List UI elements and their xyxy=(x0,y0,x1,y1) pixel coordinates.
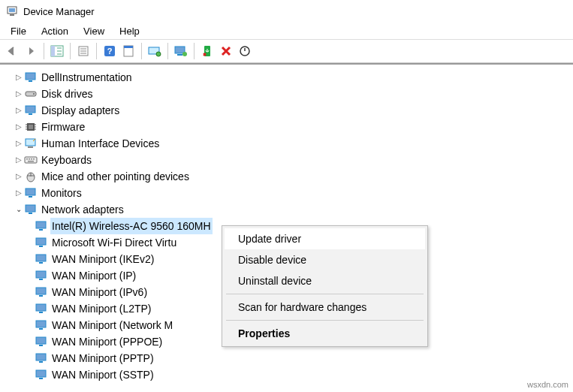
disable-icon xyxy=(202,45,213,57)
svg-rect-2 xyxy=(10,14,14,16)
svg-rect-56 xyxy=(36,255,46,261)
svg-rect-39 xyxy=(25,157,37,163)
monitor-icon xyxy=(24,187,38,199)
tree-category[interactable]: ▷ Disk drives xyxy=(0,86,573,102)
svg-rect-64 xyxy=(36,321,46,327)
menu-help[interactable]: Help xyxy=(112,24,147,38)
svg-rect-23 xyxy=(26,73,35,80)
toolbar: ? xyxy=(0,39,573,63)
svg-rect-4 xyxy=(51,46,55,56)
network-adapter-icon xyxy=(35,352,48,364)
expander-icon[interactable]: ▷ xyxy=(14,152,24,168)
svg-rect-49 xyxy=(29,196,32,198)
action-button[interactable] xyxy=(119,42,137,60)
toolbar-separator xyxy=(70,43,71,59)
svg-rect-50 xyxy=(26,205,35,212)
svg-rect-38 xyxy=(28,146,33,148)
tree-label: WAN Miniport (IP) xyxy=(50,267,137,284)
properties-icon xyxy=(77,45,89,57)
show-hide-tree-button[interactable] xyxy=(48,42,66,60)
network-adapter-icon xyxy=(35,319,48,331)
expander-icon[interactable]: ▷ xyxy=(14,102,24,119)
forward-button[interactable] xyxy=(22,42,40,60)
enable-button[interactable] xyxy=(236,42,254,60)
svg-rect-69 xyxy=(39,361,43,363)
tree-category-network-adapters[interactable]: ⌄ Network adapters xyxy=(0,201,573,218)
help-icon: ? xyxy=(104,45,116,57)
update-driver-icon xyxy=(174,45,188,57)
context-uninstall-device[interactable]: Uninstall device xyxy=(225,270,425,291)
context-properties[interactable]: Properties xyxy=(225,323,425,344)
tree-category[interactable]: ▷ Firmware xyxy=(0,119,573,135)
tree-label: Monitors xyxy=(40,185,83,201)
app-icon xyxy=(6,5,18,17)
network-adapter-icon xyxy=(35,303,48,315)
context-disable-device[interactable]: Disable device xyxy=(225,249,425,270)
expander-icon[interactable]: ▷ xyxy=(14,168,24,185)
titlebar: Device Manager xyxy=(0,0,573,23)
svg-rect-60 xyxy=(36,288,46,294)
menu-action[interactable]: Action xyxy=(34,24,76,38)
mouse-icon xyxy=(24,170,38,182)
menu-file[interactable]: File xyxy=(3,24,34,38)
svg-point-26 xyxy=(33,93,35,95)
expander-icon[interactable]: ▷ xyxy=(14,135,24,152)
monitor-icon xyxy=(24,104,38,116)
svg-rect-52 xyxy=(36,222,46,228)
menu-view[interactable]: View xyxy=(76,24,112,38)
context-scan-hardware[interactable]: Scan for hardware changes xyxy=(225,297,425,318)
tree-category[interactable]: ▷ Human Interface Devices xyxy=(0,135,573,152)
svg-rect-57 xyxy=(39,262,43,264)
tree-category[interactable]: ▷ Mice and other pointing devices xyxy=(0,168,573,185)
update-driver-button[interactable] xyxy=(172,42,190,60)
expander-icon[interactable]: ▷ xyxy=(14,185,24,201)
tree-category[interactable]: ▷ DellInstrumentation xyxy=(0,69,573,86)
device-tree-pane: ▷ DellInstrumentation ▷ Disk drives ▷ Di… xyxy=(0,63,573,392)
tree-category[interactable]: ▷ Monitors xyxy=(0,185,573,201)
context-update-driver[interactable]: Update driver xyxy=(225,228,425,249)
back-button[interactable] xyxy=(3,42,21,60)
expander-icon[interactable]: ▷ xyxy=(14,119,24,135)
network-adapter-icon xyxy=(35,253,48,265)
expander-icon[interactable]: ▷ xyxy=(14,69,24,86)
help-button[interactable]: ? xyxy=(101,42,119,60)
toolbar-separator xyxy=(141,43,142,59)
svg-rect-61 xyxy=(39,295,43,297)
svg-rect-70 xyxy=(36,370,46,377)
expander-icon[interactable]: ▷ xyxy=(14,86,24,102)
svg-rect-42 xyxy=(31,158,32,160)
svg-point-17 xyxy=(156,52,161,56)
hid-icon xyxy=(24,137,38,149)
svg-rect-27 xyxy=(26,106,35,113)
tree-label: Firmware xyxy=(40,119,86,135)
toolbar-separator xyxy=(167,43,168,59)
tree-label: WAN Miniport (IKEv2) xyxy=(50,251,155,267)
tree-item[interactable]: WAN Miniport (SSTP) xyxy=(0,366,573,383)
tree-label: Mice and other pointing devices xyxy=(40,168,191,185)
uninstall-button[interactable] xyxy=(217,42,235,60)
firmware-icon xyxy=(24,121,38,133)
svg-rect-19 xyxy=(177,54,182,56)
tree-pane-icon xyxy=(50,45,64,57)
properties-button[interactable] xyxy=(74,42,92,60)
tree-label: WAN Miniport (PPPOE) xyxy=(50,333,164,350)
tree-category[interactable]: ▷ Keyboards xyxy=(0,152,573,168)
expander-icon[interactable]: ⌄ xyxy=(14,201,24,218)
svg-rect-15 xyxy=(124,46,133,48)
scan-hardware-button[interactable] xyxy=(146,42,164,60)
network-adapter-icon xyxy=(35,286,48,298)
toolbar-separator xyxy=(194,43,195,59)
svg-rect-58 xyxy=(36,271,46,278)
disable-button[interactable] xyxy=(198,42,216,60)
network-adapter-icon xyxy=(35,369,48,381)
power-circle-icon xyxy=(239,45,251,57)
tree-category[interactable]: ▷ Display adapters xyxy=(0,102,573,119)
watermark: wsxdn.com xyxy=(527,380,568,389)
uninstall-icon xyxy=(220,45,232,57)
tree-label: DellInstrumentation xyxy=(40,69,134,86)
tree-item[interactable]: WAN Miniport (PPTP) xyxy=(0,350,573,366)
tree-label: WAN Miniport (Network M xyxy=(50,317,174,333)
tree-label: WAN Miniport (PPTP) xyxy=(50,350,155,366)
disk-icon xyxy=(24,88,38,100)
network-adapter-icon xyxy=(35,220,48,232)
